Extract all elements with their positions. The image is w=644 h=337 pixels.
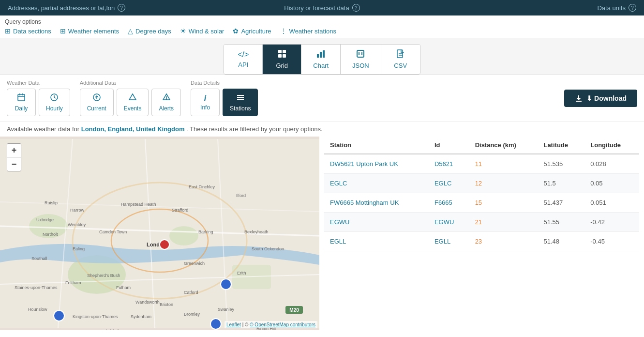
additional-data-buttons: Current Events <box>80 89 181 116</box>
station-name[interactable]: DW5621 Upton Park UK <box>324 154 429 174</box>
tab-json-label: JSON <box>352 62 369 69</box>
svg-text:East Finchley: East Finchley <box>189 184 215 189</box>
svg-text:Greenwich: Greenwich <box>184 261 205 266</box>
events-button[interactable]: Events <box>117 89 149 116</box>
zoom-in-button[interactable]: + <box>7 144 21 157</box>
header-section-address: Addresses, partial addresses or lat,lon … <box>8 4 217 12</box>
svg-rect-13 <box>18 94 25 101</box>
daily-button[interactable]: Daily <box>7 89 36 116</box>
download-button[interactable]: ⬇ Download <box>564 90 637 107</box>
svg-text:South Ockendon: South Ockendon <box>252 246 284 251</box>
query-options-bar: Query options ⊞ Data sections ⊞ Weather … <box>0 15 644 38</box>
col-distance: Distance (km) <box>469 137 538 154</box>
agriculture-icon: ✿ <box>233 27 239 35</box>
daily-icon <box>17 93 26 104</box>
hourly-label: Hourly <box>46 105 63 112</box>
station-longitude: -0.45 <box>584 232 639 251</box>
map-svg: M20 Uxbridge Staines-upon-Thames Chertse… <box>0 137 319 330</box>
svg-text:M20: M20 <box>289 307 299 313</box>
query-options-nav: ⊞ Data sections ⊞ Weather elements △ Deg… <box>5 27 639 35</box>
hourly-button[interactable]: Hourly <box>39 89 70 116</box>
nav-data-sections[interactable]: ⊞ Data sections <box>5 27 51 35</box>
current-label: Current <box>87 105 106 112</box>
svg-rect-7 <box>357 50 364 57</box>
table-row: EGWU EGWU 21 51.55 -0.42 <box>324 213 639 232</box>
weather-data-label: Weather Data <box>7 80 70 86</box>
filter-text: . These results are filtered by your que… <box>186 125 323 133</box>
wind-solar-icon: ☀ <box>180 27 186 35</box>
map-table-area: M20 Uxbridge Staines-upon-Thames Chertse… <box>0 137 644 330</box>
svg-text:Sydenham: Sydenham <box>131 314 151 319</box>
info-button[interactable]: i Info <box>191 89 220 116</box>
svg-text:Bromley: Bromley <box>184 312 200 317</box>
nav-wind-solar[interactable]: ☀ Wind & solar <box>180 27 225 35</box>
station-longitude: -0.42 <box>584 213 639 232</box>
leaflet-link[interactable]: Leaflet <box>226 322 241 327</box>
osm-link[interactable]: © OpenStreetMap contributors <box>250 322 315 327</box>
nav-agriculture[interactable]: ✿ Agriculture <box>233 27 271 35</box>
events-icon <box>128 93 137 104</box>
station-longitude: 0.05 <box>584 174 639 193</box>
daily-label: Daily <box>15 105 28 112</box>
alerts-icon <box>162 93 171 104</box>
additional-data-label: Additional Data <box>80 80 181 86</box>
alerts-button[interactable]: Alerts <box>151 89 181 116</box>
header-section-units: Data units ? <box>427 4 636 12</box>
svg-point-87 <box>54 310 64 321</box>
station-name[interactable]: EGWU <box>324 213 429 232</box>
nav-agriculture-label: Agriculture <box>241 28 271 35</box>
svg-text:Fulham: Fulham <box>116 285 131 290</box>
available-text: Available weather data for <box>7 125 79 133</box>
svg-text:Southall: Southall <box>31 256 47 261</box>
svg-text:Uxbridge: Uxbridge <box>36 217 54 222</box>
zoom-out-button[interactable]: − <box>7 157 21 171</box>
stations-label: Stations <box>230 105 251 112</box>
nav-weather-elements[interactable]: ⊞ Weather elements <box>60 27 119 35</box>
nav-weather-stations-label: Weather stations <box>289 28 336 35</box>
table-container: Station Id Distance (km) Latitude Longit… <box>319 137 644 330</box>
station-longitude: 0.028 <box>584 154 639 174</box>
tab-bar: </> API Grid Chart <box>0 38 644 75</box>
current-button[interactable]: Current <box>80 89 114 116</box>
nav-degree-days[interactable]: △ Degree days <box>128 27 171 35</box>
station-distance: 21 <box>469 213 538 232</box>
station-name[interactable]: EGLL <box>324 232 429 251</box>
grid-icon <box>278 49 286 60</box>
map-attribution: Leaflet | © © OpenStreetMap contributors <box>225 321 317 328</box>
svg-text:Northolt: Northolt <box>43 232 58 237</box>
svg-text:Kingston-upon-Thames: Kingston-upon-Thames <box>73 314 118 319</box>
header-address-help[interactable]: ? <box>118 4 125 12</box>
station-latitude: 51.535 <box>538 154 584 174</box>
svg-rect-5 <box>320 52 322 58</box>
query-options-label: Query options <box>5 18 639 25</box>
svg-text:Catford: Catford <box>184 290 198 295</box>
data-details-label: Data Details <box>191 80 258 86</box>
tab-csv[interactable]: CSV <box>381 45 420 74</box>
header-units-help[interactable]: ? <box>629 4 636 12</box>
svg-point-33 <box>169 226 198 245</box>
svg-text:Ealing: Ealing <box>73 246 85 251</box>
station-latitude: 51.5 <box>538 174 584 193</box>
tab-grid[interactable]: Grid <box>263 45 301 74</box>
svg-text:Ilford: Ilford <box>236 193 246 198</box>
table-row: DW5621 Upton Park UK D5621 11 51.535 0.0… <box>324 154 639 174</box>
alerts-label: Alerts <box>159 105 174 112</box>
csv-icon <box>396 49 405 60</box>
controls-row: Weather Data Daily <box>0 75 644 122</box>
tab-api-label: API <box>238 61 248 68</box>
station-id: D5621 <box>429 154 469 174</box>
nav-degree-days-label: Degree days <box>135 28 171 35</box>
svg-point-25 <box>166 99 167 100</box>
tab-api[interactable]: </> API <box>224 45 263 74</box>
tab-json[interactable]: JSON <box>341 45 381 74</box>
svg-text:Feltham: Feltham <box>65 280 81 285</box>
station-name[interactable]: FW6665 Mottingham UK <box>324 193 429 213</box>
events-label: Events <box>124 105 142 112</box>
station-name[interactable]: EGLC <box>324 174 429 193</box>
table-row: EGLL EGLL 23 51.48 -0.45 <box>324 232 639 251</box>
stations-button[interactable]: Stations <box>223 89 258 116</box>
nav-weather-stations[interactable]: ⋮ Weather stations <box>280 27 336 35</box>
header-address-label: Addresses, partial addresses or lat,lon <box>8 4 115 12</box>
tab-chart[interactable]: Chart <box>301 45 341 74</box>
header-history-help[interactable]: ? <box>352 4 360 12</box>
